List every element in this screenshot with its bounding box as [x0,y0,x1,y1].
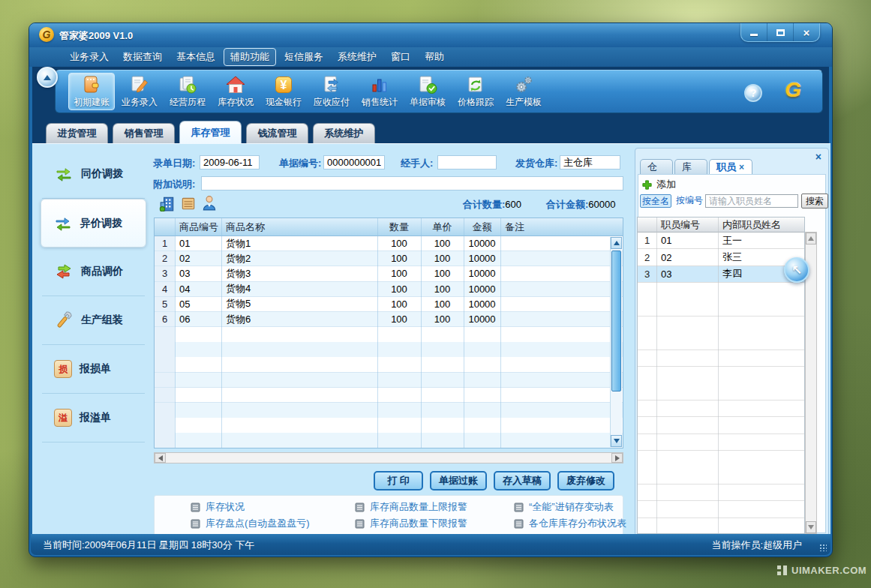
stock-upper-limit-alarm-link[interactable]: 库存商品数量上限报警 [355,500,514,514]
toolbar-button-business-entry[interactable]: 业务录入 [116,73,163,110]
menu-item-business-entry[interactable]: 业务录入 [64,49,115,65]
menu-item-system-maintenance[interactable]: 系统维护 [332,49,383,65]
table-vertical-scrollbar[interactable] [610,237,622,447]
help-button[interactable]: ? [744,84,762,102]
tab-sales-management[interactable]: 销售管理 [113,123,175,143]
handler-input[interactable] [437,155,497,170]
table-row[interactable]: 202货物210010010000 [155,251,623,266]
scroll-down-button[interactable] [611,435,622,447]
all-in-one-change-table-link[interactable]: “全能”进销存变动表 [514,500,626,514]
sidebar-item-same-price-transfer[interactable]: 同价调拨 [42,150,145,199]
empty-rows [155,327,623,448]
print-button[interactable]: 打 印 [374,471,423,490]
toolbar-collapse-button[interactable] [37,67,58,88]
toolbar-button-document-audit[interactable]: 单据审核 [404,73,451,110]
staff-person-icon[interactable] [201,194,218,211]
toolbar-button-sales-statistics[interactable]: 销售统计 [356,73,403,110]
date-label: 录单日期: [153,157,195,170]
app-logo-icon: G [39,27,54,42]
search-button[interactable]: 搜索 [801,194,828,208]
staff-row[interactable]: 202张三 [638,249,804,266]
menu-item-data-query[interactable]: 数据查询 [117,49,168,65]
staff-row-selected[interactable]: 303李四 [638,266,804,283]
discard-changes-button[interactable]: 废弃修改 [557,471,614,490]
maximize-button[interactable] [767,23,793,41]
quick-links-panel: 库存状况 库存商品数量上限报警 “全能”进销存变动表 库存盘点(自动盘盈盘亏) … [154,495,623,536]
sidebar-item-production-assembly[interactable]: 生产组装 [42,296,145,345]
table-row[interactable]: 101货物110010010000 [155,236,623,251]
toolbar-button-price-tracking[interactable]: 价格跟踪 [452,73,499,110]
goods-box-icon[interactable] [180,195,197,212]
swap-arrows-blue-green-icon [53,214,73,233]
toolbar-button-receivable-payable[interactable]: 应收应付 [308,73,355,110]
warehouse-building-icon[interactable] [159,195,176,212]
stock-lower-limit-alarm-link[interactable]: 库存商品数量下限报警 [355,517,514,530]
note-label: 附加说明: [153,178,195,191]
tab-system-maintenance[interactable]: 系统维护 [313,123,375,143]
report-icon [514,502,524,512]
window-title: 管家婆2009 V1.0 [59,29,133,43]
add-staff-button[interactable]: 添加 [641,178,676,191]
inventory-status-link[interactable]: 库存状况 [191,500,355,514]
tab-purchase-management[interactable]: 进货管理 [46,123,108,143]
sidebar-item-loss-report[interactable]: 损 报损单 [42,345,145,394]
handler-label: 经手人: [401,157,433,170]
menu-item-sms-service[interactable]: 短信服务 [278,49,329,65]
table-horizontal-scrollbar[interactable] [154,452,623,464]
scrollbar-thumb[interactable] [611,250,621,392]
stocktake-link[interactable]: 库存盘点(自动盘盈盘亏) [191,517,355,530]
scroll-right-button[interactable] [611,453,623,463]
total-qty: 合计数量:600 [463,198,521,212]
sidebar-item-overflow-report[interactable]: 溢 报溢单 [42,394,145,442]
tab-staff[interactable]: 职员× [709,159,752,175]
tab-inventory[interactable]: 库存 [674,159,707,175]
filter-by-code-chip[interactable]: 按编号 [674,194,704,208]
loss-box-icon: 损 [54,360,72,378]
toolbar-button-inventory-status[interactable]: 库存状况 [212,73,259,110]
tab-inventory-management[interactable]: 库存管理 [179,121,242,143]
scroll-up-button[interactable] [806,232,816,244]
title-bar[interactable]: G 管家婆2009 V1.0 × [29,23,832,47]
tab-cash-flow-management[interactable]: 钱流管理 [246,123,308,143]
minimize-button[interactable] [741,23,767,41]
save-draft-button[interactable]: 存入草稿 [494,471,551,490]
tab-warehouse[interactable]: 仓库 [640,159,673,175]
menu-item-auxiliary-functions[interactable]: 辅助功能 [224,48,276,66]
sidebar-item-goods-price-adjust[interactable]: 商品调价 [42,248,145,296]
menu-item-basic-info[interactable]: 基本信息 [170,49,221,65]
report-icon [191,519,200,529]
report-icon [514,519,524,529]
warehouse-distribution-link[interactable]: 各仓库库存分布状况表 [514,517,626,530]
menu-item-help[interactable]: 帮助 [419,49,450,65]
doc-no-input[interactable] [323,155,385,170]
toolbar-button-initial-setup[interactable]: 初期建账 [68,73,115,110]
warehouse-input[interactable] [560,155,620,170]
panel-close-icon[interactable]: × [815,151,821,163]
toolbar-button-production-template[interactable]: 生产模板 [500,73,547,110]
menu-item-window[interactable]: 窗口 [385,49,416,65]
staff-search-input[interactable] [705,194,798,208]
toolbar-button-operation-history[interactable]: 经营历程 [164,73,211,110]
toolbar-button-cash-bank[interactable]: ¥ 现金银行 [260,73,307,110]
table-row[interactable]: 404货物410010010000 [155,282,623,297]
close-button[interactable]: × [793,23,819,41]
resize-grip[interactable] [819,544,827,551]
gears-icon [514,75,533,94]
app-window: G 管家婆2009 V1.0 × 业务录入 数据查询 基本信息 辅助功能 短信服… [29,22,833,557]
staff-row[interactable]: 101王一 [638,232,804,249]
table-row[interactable]: 505货物510010010000 [155,297,623,312]
post-document-button[interactable]: 单据过账 [430,471,487,490]
note-input[interactable] [201,176,623,190]
table-row[interactable]: 303货物310010010000 [155,266,623,281]
history-doc-icon [178,75,197,94]
filter-by-fullname-chip[interactable]: 按全名 [640,194,671,208]
staff-tab-close-icon[interactable]: × [739,162,744,172]
scroll-left-button[interactable] [155,453,166,463]
table-row[interactable]: 606货物610010010000 [155,312,623,327]
sidebar-item-diff-price-transfer[interactable]: 异价调拨 [41,199,146,248]
date-input[interactable] [200,155,260,170]
scroll-down-button[interactable] [806,521,816,533]
close-icon: × [803,27,810,38]
wallet-icon [82,75,101,94]
scroll-up-button[interactable] [611,237,622,249]
